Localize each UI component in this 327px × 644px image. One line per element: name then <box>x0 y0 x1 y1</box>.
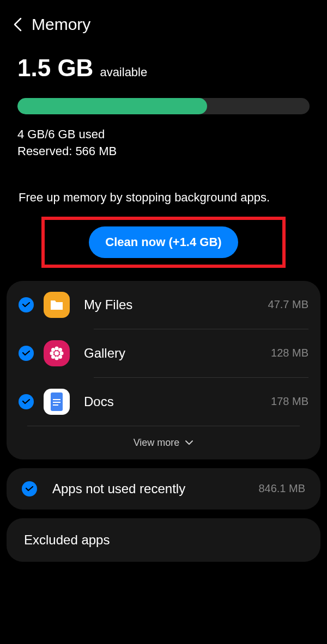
excluded-apps-label: Excluded apps <box>7 518 320 562</box>
hint-text: Free up memory by stopping background ap… <box>17 191 310 205</box>
svg-point-0 <box>55 351 59 355</box>
reserved-line: Reserved: 566 MB <box>17 143 310 160</box>
clean-now-button[interactable]: Clean now (+1.4 GB) <box>89 226 238 258</box>
docs-icon <box>44 389 70 415</box>
available-size: 1.5 GB <box>17 54 93 82</box>
memory-progress-fill <box>17 98 207 114</box>
view-more-button[interactable]: View more <box>7 426 320 459</box>
app-name: Gallery <box>84 346 261 361</box>
apps-list-card: My Files 47.7 MB Gallery 128 MB <box>7 281 320 459</box>
checkbox-checked[interactable] <box>22 481 37 496</box>
view-more-label: View more <box>134 437 180 449</box>
back-icon[interactable] <box>12 19 23 30</box>
available-memory: 1.5 GB available <box>17 54 310 82</box>
svg-point-5 <box>51 348 55 352</box>
app-row-my-files[interactable]: My Files 47.7 MB <box>7 281 320 329</box>
app-size: 178 MB <box>271 395 308 408</box>
app-size: 47.7 MB <box>268 298 308 311</box>
checkbox-checked[interactable] <box>19 346 34 361</box>
svg-point-7 <box>51 355 55 359</box>
usage-line: 4 GB/6 GB used <box>17 126 310 143</box>
svg-point-2 <box>55 356 59 360</box>
svg-point-3 <box>50 351 54 355</box>
svg-point-8 <box>58 355 62 359</box>
svg-rect-12 <box>53 404 58 406</box>
svg-rect-10 <box>53 399 60 400</box>
apps-not-used-size: 846.1 MB <box>258 482 305 495</box>
svg-rect-11 <box>53 402 60 403</box>
checkbox-checked[interactable] <box>19 297 34 312</box>
page-title: Memory <box>32 15 90 34</box>
highlighted-clean-button-box: Clean now (+1.4 GB) <box>41 217 286 268</box>
apps-not-used-label: Apps not used recently <box>52 481 249 496</box>
excluded-apps-card[interactable]: Excluded apps <box>7 518 320 562</box>
chevron-down-icon <box>185 440 193 445</box>
app-size: 128 MB <box>271 347 308 359</box>
svg-point-6 <box>58 348 62 352</box>
app-row-docs[interactable]: Docs 178 MB <box>7 378 320 426</box>
app-name: My Files <box>84 297 258 312</box>
gallery-icon <box>44 340 70 366</box>
apps-not-used-card[interactable]: Apps not used recently 846.1 MB <box>7 468 320 510</box>
app-row-gallery[interactable]: Gallery 128 MB <box>7 329 320 377</box>
app-name: Docs <box>84 394 261 409</box>
svg-point-4 <box>60 351 64 355</box>
available-label: available <box>100 65 147 79</box>
checkbox-checked[interactable] <box>19 394 34 409</box>
usage-text: 4 GB/6 GB used Reserved: 566 MB <box>17 126 310 160</box>
memory-progress-bar <box>17 98 310 114</box>
my-files-icon <box>44 292 70 318</box>
svg-point-1 <box>55 346 59 350</box>
